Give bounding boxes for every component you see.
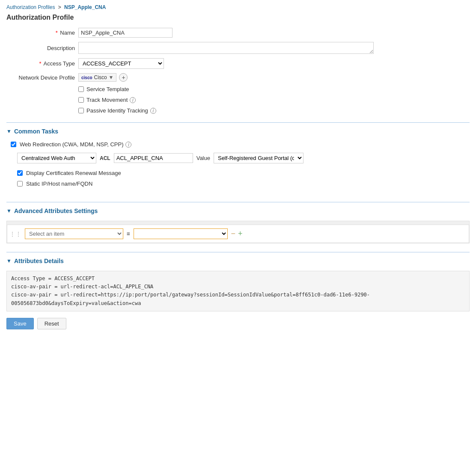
description-textarea[interactable] (78, 42, 374, 54)
acl-row: Centralized Web Auth Client Provisioning… (6, 153, 470, 163)
access-type-row: * Access Type ACCESS_ACCEPT ACCESS_REJEC… (6, 58, 470, 69)
main-form: * Name Description * Access Type ACCESS_… (6, 28, 470, 114)
static-ip-row: Static IP/Host name/FQDN (6, 181, 470, 187)
display-certs-checkbox[interactable] (17, 170, 23, 176)
add-attribute-button[interactable]: + (238, 229, 243, 238)
description-label: Description (6, 45, 75, 51)
web-redirect-checkbox[interactable] (11, 142, 16, 147)
attributes-detail-line1: Access Type = ACCESS_ACCEPT (11, 275, 465, 283)
network-device-row: Network Device Profile cisco Cisco ▼ + (6, 73, 470, 82)
track-movement-checkbox[interactable] (78, 97, 84, 103)
advanced-attributes-title: Advanced Attributes Settings (14, 207, 98, 214)
passive-identity-info-icon: i (150, 108, 156, 114)
attributes-details-header: ▼ Attributes Details (6, 258, 470, 264)
static-ip-checkbox[interactable] (17, 181, 23, 187)
advanced-attributes-section: ▼ Advanced Attributes Settings ⋮⋮ Select… (6, 202, 470, 243)
passive-identity-label: Passive Identity Tracking (86, 107, 148, 114)
remove-attribute-button[interactable]: − (231, 229, 236, 238)
track-movement-label: Track Movement (86, 97, 128, 103)
drag-handle-icon[interactable]: ⋮⋮ (9, 231, 21, 237)
breadcrumb-current: NSP_Apple_CNA (64, 4, 106, 10)
access-type-label: * Access Type (6, 60, 75, 67)
common-tasks-title: Common Tasks (14, 128, 58, 135)
acl-label: ACL (100, 155, 110, 161)
attributes-detail-line2: cisco-av-pair = url-redirect-acl=ACL_APP… (11, 283, 465, 291)
attributes-details-box: Access Type = ACCESS_ACCEPT cisco-av-pai… (6, 271, 470, 311)
page-title: Authorization Profile (6, 14, 470, 21)
cisco-label: Cisco (94, 74, 107, 80)
attribute-select[interactable]: Select an item (25, 228, 123, 239)
cisco-dropdown-arrow-icon[interactable]: ▼ (109, 74, 114, 80)
advanced-attributes-collapse-icon[interactable]: ▼ (6, 208, 12, 214)
service-template-label: Service Template (86, 86, 129, 92)
breadcrumb: Authorization Profiles > NSP_Apple_CNA (6, 4, 470, 10)
breadcrumb-separator: > (58, 4, 61, 10)
track-movement-info-icon: i (130, 97, 136, 103)
footer-buttons: Save Reset (6, 318, 470, 329)
redirect-type-select[interactable]: Centralized Web Auth Client Provisioning… (17, 153, 96, 163)
name-label: * Name (6, 30, 75, 36)
web-redirect-label: Web Redirection (CWA, MDM, NSP, CPP) (20, 141, 123, 148)
advanced-attributes-header: ▼ Advanced Attributes Settings (6, 207, 470, 214)
service-template-checkbox[interactable] (78, 86, 84, 92)
advanced-attributes-content: ⋮⋮ Select an item = − + (6, 221, 470, 243)
web-redirect-info-icon: i (125, 142, 131, 148)
attributes-details-title: Attributes Details (14, 258, 64, 264)
common-tasks-collapse-icon[interactable]: ▼ (6, 128, 12, 134)
service-template-row: Service Template (6, 86, 470, 92)
name-row: * Name (6, 28, 470, 38)
equals-sign: = (127, 231, 130, 237)
attribute-value-select[interactable] (134, 228, 228, 239)
cisco-logo: cisco (81, 75, 92, 80)
cisco-device-button[interactable]: cisco Cisco ▼ (78, 73, 116, 82)
static-ip-label: Static IP/Host name/FQDN (26, 181, 92, 187)
description-row: Description (6, 42, 470, 54)
attributes-row: ⋮⋮ Select an item = − + (7, 225, 469, 243)
advanced-attr-container: ⋮⋮ Select an item = − + (6, 221, 470, 243)
network-device-label: Network Device Profile (6, 74, 75, 81)
passive-identity-checkbox[interactable] (78, 108, 84, 113)
value-label: Value (196, 155, 210, 161)
name-input[interactable] (78, 28, 173, 38)
value-select[interactable]: Self-Registered Guest Portal (d (214, 153, 303, 163)
attributes-details-section: ▼ Attributes Details Access Type = ACCES… (6, 252, 470, 311)
track-movement-row: Track Movement i (6, 97, 470, 103)
acl-input[interactable] (114, 153, 193, 163)
passive-identity-row: Passive Identity Tracking i (6, 107, 470, 114)
common-tasks-section: ▼ Common Tasks Web Redirection (CWA, MDM… (6, 122, 470, 200)
display-certs-row: Display Certificates Renewal Message (6, 170, 470, 176)
breadcrumb-parent-link[interactable]: Authorization Profiles (6, 4, 55, 10)
attributes-detail-line3: cisco-av-pair = url-redirect=https://ip:… (11, 291, 465, 307)
attr-header-row (7, 221, 469, 225)
reset-button[interactable]: Reset (37, 318, 66, 329)
attributes-details-collapse-icon[interactable]: ▼ (6, 258, 12, 264)
common-tasks-content: Web Redirection (CWA, MDM, NSP, CPP) i C… (6, 141, 470, 200)
web-redirect-row: Web Redirection (CWA, MDM, NSP, CPP) i (6, 141, 470, 148)
common-tasks-header: ▼ Common Tasks (6, 128, 470, 135)
add-network-device-button[interactable]: + (119, 73, 128, 82)
save-button[interactable]: Save (6, 318, 34, 329)
display-certs-label: Display Certificates Renewal Message (26, 170, 121, 176)
access-type-select[interactable]: ACCESS_ACCEPT ACCESS_REJECT (78, 58, 164, 69)
